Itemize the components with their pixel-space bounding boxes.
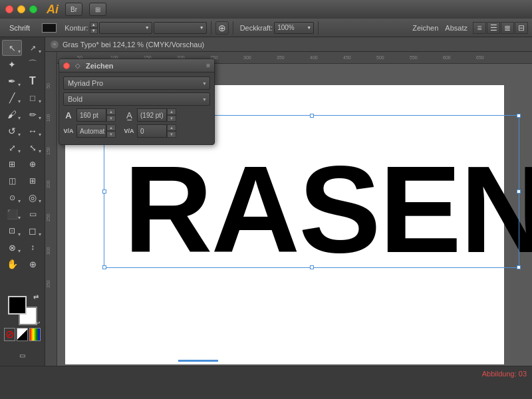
swap-colors-icon[interactable]: ⇄ bbox=[33, 293, 39, 301]
svg-text:400: 400 bbox=[310, 55, 318, 60]
hand-tool[interactable]: ✋ bbox=[2, 256, 22, 272]
leading-down[interactable]: ▼ bbox=[167, 115, 176, 122]
minimize-button[interactable] bbox=[17, 5, 25, 13]
zeichen-panel-body: Myriad Pro Bold A 160 pt bbox=[59, 72, 214, 144]
kontur-down[interactable]: ▼ bbox=[90, 28, 98, 34]
artboard-tool[interactable]: ▭ bbox=[23, 206, 43, 222]
kerning-icon: V/A bbox=[124, 128, 134, 134]
symbol-spray-tool[interactable]: ◎▾ bbox=[23, 190, 43, 205]
font-size-control: 160 pt ▲ ▼ bbox=[76, 108, 116, 122]
deckkraft-dropdown[interactable]: 100% bbox=[274, 22, 314, 34]
zeichen-panel: ◇ Zeichen ≡ Myriad Pro Bold bbox=[59, 59, 215, 145]
align-right-button[interactable]: ≣ bbox=[501, 22, 514, 34]
tool-row-9: ◫ ⊞ bbox=[1, 173, 43, 189]
font-size-stepper: ▲ ▼ bbox=[106, 108, 116, 122]
kontur-type-dropdown[interactable] bbox=[154, 22, 207, 34]
bridge-button[interactable]: Br bbox=[65, 3, 82, 16]
gradient-tool[interactable]: ◫ bbox=[2, 173, 22, 189]
menu-schrift[interactable]: Schrift bbox=[4, 22, 35, 34]
tool-row-10: ⊙▾ ◎▾ bbox=[1, 190, 43, 205]
titlebar: Ai Br ⊞ bbox=[0, 0, 532, 19]
paintbrush-tool[interactable]: 🖌▾ bbox=[2, 106, 22, 122]
kontur-stepper[interactable]: ▲ ▼ bbox=[90, 22, 98, 34]
eyedropper-tool[interactable]: ⊗▾ bbox=[2, 239, 22, 255]
color-swatch-stack: ⇄ ↩ bbox=[8, 296, 37, 325]
line-tool[interactable]: ╱▾ bbox=[2, 90, 22, 106]
kerning-input[interactable]: 0 bbox=[137, 124, 167, 138]
doc-title: Gras Typo* bei 124,12 % (CMYK/Vorschau) bbox=[63, 41, 204, 49]
pencil-tool[interactable]: ✏▾ bbox=[23, 106, 43, 122]
svg-text:300: 300 bbox=[46, 247, 51, 255]
color-mode-btn[interactable] bbox=[17, 328, 28, 341]
font-size-input[interactable]: 160 pt bbox=[76, 108, 106, 122]
divider2 bbox=[233, 21, 233, 35]
foreground-color-swatch[interactable] bbox=[8, 296, 27, 315]
shapebuilder-tool[interactable]: ⊕ bbox=[23, 156, 43, 172]
mesh-tool[interactable]: ⊞ bbox=[23, 173, 43, 189]
zoom-tool[interactable]: ⊕ bbox=[23, 256, 43, 272]
kerning-stepper: ▲ ▼ bbox=[167, 124, 176, 138]
scale-tool[interactable]: ⤢▾ bbox=[2, 140, 22, 156]
leading-icon: A̲ bbox=[124, 110, 134, 120]
zeichen-panel-header: ◇ Zeichen ≡ bbox=[59, 59, 214, 72]
selection-tool[interactable]: ↖▾ bbox=[2, 40, 22, 56]
statusbar: Abbildung: 03 bbox=[0, 366, 532, 380]
tool-row-2: ✦ ⌒ bbox=[1, 57, 43, 72]
canvas-text-rasen[interactable]: RASEN bbox=[124, 148, 532, 271]
pen-tool[interactable]: ✒▾ bbox=[2, 73, 22, 89]
slice-tool[interactable]: ⊡▾ bbox=[2, 223, 22, 239]
align-left-button[interactable]: ≡ bbox=[473, 22, 486, 34]
kerning-down[interactable]: ▼ bbox=[167, 131, 176, 138]
no-color-btn[interactable]: ⊘ bbox=[4, 328, 15, 341]
blend-tool[interactable]: ⊙▾ bbox=[2, 190, 22, 205]
bar-graph-tool[interactable]: ⬛▾ bbox=[2, 206, 22, 222]
leading-up[interactable]: ▲ bbox=[167, 108, 176, 115]
gradient-color-btn[interactable] bbox=[29, 328, 41, 341]
warp-tool[interactable]: ⤡▾ bbox=[23, 140, 43, 156]
workspace-button[interactable]: ⊞ bbox=[89, 3, 106, 16]
kontur-up[interactable]: ▲ bbox=[90, 22, 98, 28]
rotate-tool[interactable]: ↺▾ bbox=[2, 123, 22, 139]
align-justify-button[interactable]: ⊟ bbox=[515, 22, 528, 34]
panel-options-icon[interactable]: ≡ bbox=[206, 62, 210, 69]
eraser-tool[interactable]: ◻▾ bbox=[23, 223, 43, 239]
magic-wand-tool[interactable]: ✦ bbox=[2, 57, 22, 72]
font-size-down[interactable]: ▼ bbox=[106, 115, 116, 122]
svg-text:300: 300 bbox=[243, 55, 251, 60]
kontur-dropdown[interactable] bbox=[99, 22, 152, 34]
ruler-vertical: 50 100 150 200 250 300 350 bbox=[45, 52, 57, 366]
tracking-up[interactable]: ▲ bbox=[106, 124, 116, 131]
font-family-dropdown[interactable]: Myriad Pro bbox=[63, 76, 210, 90]
close-button[interactable] bbox=[5, 5, 13, 13]
rect-tool[interactable]: □▾ bbox=[23, 90, 43, 106]
measure-tool[interactable]: ↕ bbox=[23, 239, 43, 255]
web-icon[interactable]: ⊕ bbox=[215, 21, 229, 35]
reflect-tool[interactable]: ↔▾ bbox=[23, 123, 43, 139]
doc-close-button[interactable]: × bbox=[51, 41, 59, 49]
svg-text:50: 50 bbox=[46, 83, 51, 88]
free-transform-tool[interactable]: ⊞ bbox=[2, 156, 22, 172]
lasso-tool[interactable]: ⌒ bbox=[23, 57, 43, 72]
tracking-input[interactable]: Automat bbox=[76, 124, 106, 138]
text-tool[interactable]: T bbox=[23, 73, 43, 89]
app-icon: Ai bbox=[47, 3, 59, 17]
panel-close-button[interactable] bbox=[63, 63, 70, 69]
stroke-swatch[interactable] bbox=[42, 23, 57, 33]
font-size-up[interactable]: ▲ bbox=[106, 108, 116, 115]
zeichen-label[interactable]: Zeichen bbox=[412, 24, 438, 32]
kerning-up[interactable]: ▲ bbox=[167, 124, 176, 131]
svg-text:150: 150 bbox=[46, 147, 51, 155]
canvas-area[interactable]: 50 100 150 200 250 300 350 400 450 500 5… bbox=[45, 52, 532, 366]
menu-kontur-swatch[interactable] bbox=[37, 21, 63, 34]
handle-top-right[interactable] bbox=[517, 114, 521, 118]
panel-collapse-icon[interactable]: ◇ bbox=[75, 62, 80, 69]
maximize-button[interactable] bbox=[29, 5, 37, 13]
leading-input[interactable]: (192 pt) bbox=[137, 108, 167, 122]
tracking-down[interactable]: ▼ bbox=[106, 131, 116, 138]
direct-selection-tool[interactable]: ↗▾ bbox=[23, 40, 43, 56]
align-center-button[interactable]: ☰ bbox=[487, 22, 500, 34]
screen-mode-btn[interactable]: ▭ bbox=[3, 347, 43, 363]
reset-colors-icon[interactable]: ↩ bbox=[35, 319, 40, 327]
font-style-dropdown[interactable]: Bold bbox=[63, 92, 210, 106]
absatz-label[interactable]: Absatz bbox=[445, 24, 467, 32]
